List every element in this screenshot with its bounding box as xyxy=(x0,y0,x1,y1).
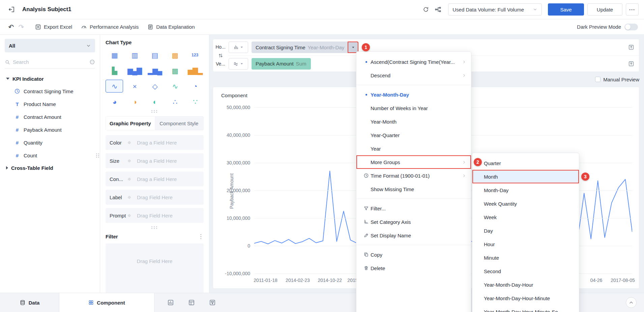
menu-item-year-month[interactable]: Year-Month xyxy=(356,115,471,128)
prop-con-dropzone[interactable]: Con...Drag a Field Here xyxy=(106,172,204,186)
tab-data[interactable]: Data xyxy=(0,293,59,312)
data-volume-select[interactable]: Used Data Volume: Full Volume xyxy=(448,3,542,16)
chart-type-multi-line-chart[interactable]: × xyxy=(126,80,143,93)
chart-type-donut-chart[interactable]: ◐ xyxy=(146,95,164,108)
swap-axes-icon[interactable] xyxy=(218,51,224,59)
menu-item-copy[interactable]: Copy xyxy=(356,248,471,261)
vertical-axis-type-select[interactable] xyxy=(229,58,248,70)
save-button[interactable]: Save xyxy=(548,3,584,16)
submenu-item-year-month-day-hour-minute-se[interactable]: Year-Month-Day-Hour-Minute-Se... xyxy=(472,305,579,312)
submenu-item-second[interactable]: Second xyxy=(472,264,579,278)
collapse-arrow-icon[interactable] xyxy=(6,78,9,80)
menu-item-set-display-name[interactable]: Set Display Name xyxy=(356,229,471,242)
add-table-component-icon[interactable] xyxy=(188,299,195,306)
submenu-item-month-day[interactable]: Month-Day xyxy=(472,183,579,197)
update-button[interactable]: Update xyxy=(587,3,622,16)
tab-component[interactable]: Component xyxy=(59,293,154,312)
exit-icon[interactable] xyxy=(5,3,18,16)
submenu-item-year-month-day-hour[interactable]: Year-Month-Day-Hour xyxy=(472,278,579,291)
x-tick-label: 2011-01-18 xyxy=(254,278,277,283)
menu-item-more-groups[interactable]: More Groups xyxy=(356,155,471,169)
chart-type-detail-table[interactable]: ▤ xyxy=(146,49,164,61)
tree-group-kpi-indicator[interactable]: KPI Indicator xyxy=(5,73,95,85)
menu-item-set-category-axis[interactable]: Set Category Axis xyxy=(356,215,471,229)
chart-type-grouped-column[interactable]: ▂▆▄ xyxy=(146,64,164,77)
chart-type-colored-table[interactable]: ▩ xyxy=(166,49,183,61)
table-scope-select[interactable]: All xyxy=(5,39,95,52)
submenu-item-day[interactable]: Day xyxy=(472,224,579,237)
chart-type-gauge-chart[interactable]: ◔ xyxy=(186,80,204,93)
export-icon[interactable] xyxy=(628,44,634,50)
chart-type-stacked-column[interactable]: ▙ xyxy=(106,64,123,77)
menu-item-year-quarter[interactable]: Year-Quarter xyxy=(356,128,471,142)
lineage-icon[interactable] xyxy=(432,3,444,16)
submenu-item-month[interactable]: Month xyxy=(472,170,579,183)
redo-icon[interactable]: ↷ xyxy=(16,23,26,31)
prop-prompt-dropzone[interactable]: PromptDrag Field Here xyxy=(106,208,204,223)
submenu-item-quarter[interactable]: Quarter xyxy=(472,156,579,170)
chart-type-rose-chart[interactable]: ◑ xyxy=(126,95,143,108)
menu-item-delete[interactable]: Delete xyxy=(356,261,471,275)
tab-component-style[interactable]: Component Style xyxy=(155,116,204,130)
chart-type-combo-chart[interactable]: ▅▇▂ xyxy=(186,64,204,77)
filter-dropzone[interactable]: Drag Field Here xyxy=(106,243,204,293)
export-excel-button[interactable]: Export Excel xyxy=(35,24,72,30)
menu-item-descend[interactable]: Descend xyxy=(356,69,471,82)
chart-type-area-chart[interactable]: ∿ xyxy=(166,80,183,93)
menu-item-time-format-1900-01-01[interactable]: Time Format (1900-01-01) xyxy=(356,169,471,182)
field-contract-amount[interactable]: #Contract Amount xyxy=(5,110,95,123)
submenu-item-week[interactable]: Week xyxy=(472,210,579,224)
display-settings-icon[interactable] xyxy=(89,59,95,65)
chart-type-expand-handle[interactable] xyxy=(106,110,204,113)
chart-type-kpi-card[interactable]: 123 xyxy=(186,49,204,61)
submenu-item-year-month-day-hour-minute[interactable]: Year-Month-Day-Hour-Minute xyxy=(472,291,579,305)
menu-item-number-of-weeks-in-year[interactable]: Number of Weeks in Year xyxy=(356,101,471,115)
prop-size-dropzone[interactable]: SizeDrag a Field Here xyxy=(106,153,204,168)
field-count[interactable]: #Count xyxy=(5,149,95,162)
chart-type-radar-chart[interactable]: ◇ xyxy=(146,80,164,93)
tab-graphic-property[interactable]: Graphic Property xyxy=(106,116,155,130)
chart-type-bubble-chart[interactable]: ∵ xyxy=(186,95,204,108)
horizontal-axis-type-select[interactable] xyxy=(229,42,248,53)
chart-type-line-chart[interactable]: ∿ xyxy=(106,80,123,93)
menu-item-filter[interactable]: Filter... xyxy=(356,202,471,215)
chart-type-column-chart[interactable]: ▆▄▇ xyxy=(126,64,143,77)
chart-type-percent-column[interactable]: ▩ xyxy=(166,64,183,77)
add-filter-component-icon[interactable] xyxy=(209,299,216,306)
menu-item-year[interactable]: Year xyxy=(356,142,471,155)
menu-item-year-month-day[interactable]: Year-Month-Day xyxy=(356,88,471,101)
vertical-field-pill[interactable]: Payback Amount Sum xyxy=(252,58,311,70)
properties-expand-handle[interactable] xyxy=(106,226,204,229)
menu-item-ascend-contract-signing-time-year[interactable]: Ascend(Contract Signing Time(Year... xyxy=(356,55,471,69)
submenu-item-week-quantity[interactable]: Week Quantity xyxy=(472,197,579,210)
expand-arrow-icon[interactable] xyxy=(6,166,8,170)
filter-more-icon[interactable]: ⋮ xyxy=(198,233,204,240)
menu-item-show-missing-time[interactable]: Show Missing Time xyxy=(356,182,471,196)
chart-type-cross-table[interactable]: ▥ xyxy=(126,49,143,61)
field-payback-amount[interactable]: #Payback Amount xyxy=(5,123,95,136)
field-product-name[interactable]: TProduct Name xyxy=(5,98,95,110)
chart-type-scatter-chart[interactable]: ∴ xyxy=(166,95,183,108)
collapse-panel-button[interactable] xyxy=(626,297,637,308)
prop-color-dropzone[interactable]: ColorDrag a Field Here xyxy=(106,135,204,150)
dark-preview-toggle[interactable] xyxy=(624,24,638,30)
prop-label-dropzone[interactable]: LabelDrag Field Here xyxy=(106,190,204,205)
horizontal-field-pill[interactable]: Contract Signing Time Year-Month-Day xyxy=(252,42,358,53)
chart-type-pie-chart[interactable]: ◕ xyxy=(106,95,123,108)
add-chart-component-icon[interactable] xyxy=(167,299,174,306)
performance-analysis-button[interactable]: Performance Analysis xyxy=(81,24,139,30)
undo-icon[interactable]: ↶ xyxy=(6,23,16,31)
chart-type-grouping-table[interactable]: ▦ xyxy=(106,49,123,61)
search-input[interactable] xyxy=(13,59,87,65)
submenu-item-hour[interactable]: Hour xyxy=(472,237,579,251)
export-icon[interactable] xyxy=(628,61,634,67)
refresh-icon[interactable] xyxy=(420,3,432,16)
more-menu-button[interactable]: ··· xyxy=(626,3,639,16)
field-quantity[interactable]: #Quantity xyxy=(5,136,95,149)
manual-preview-checkbox[interactable] xyxy=(595,77,601,82)
submenu-item-minute[interactable]: Minute xyxy=(472,251,579,264)
field-contract-signing-time[interactable]: Contract Signing Time xyxy=(5,85,95,98)
data-explanation-button[interactable]: Data Explanation xyxy=(147,24,195,30)
panel-resize-handle[interactable] xyxy=(96,153,99,158)
tree-group-cross-table-field[interactable]: Cross-Table Field xyxy=(5,162,95,174)
